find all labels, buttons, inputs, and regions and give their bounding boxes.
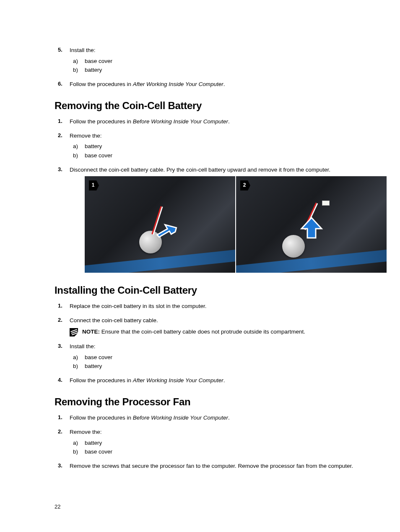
figure-2: 2: [235, 176, 387, 273]
step-text-italic: After Working Inside Your Computer: [133, 81, 223, 87]
sublist: a)battery b)base cover: [70, 142, 366, 159]
alpha-label: a): [73, 439, 78, 447]
note-block: NOTE: Ensure that the coin-cell battery …: [70, 328, 366, 336]
sub-text: base cover: [85, 58, 112, 64]
sub-item: a)battery: [70, 142, 366, 151]
step-text-italic: Before Working Inside Your Computer: [133, 415, 228, 421]
page-number: 22: [55, 503, 366, 510]
sub-item: b)base cover: [70, 151, 366, 160]
sub-text: base cover: [85, 354, 112, 360]
step-number: 1.: [58, 414, 62, 422]
figure-badge-1: 1: [89, 180, 99, 190]
step-3: 3. Install the: a)base cover b)battery: [55, 342, 366, 370]
heading-removing-processor-fan: Removing the Processor Fan: [55, 396, 366, 408]
step-text-italic: After Working Inside Your Computer: [133, 377, 223, 383]
step-5: 5. Install the: a)base cover b)battery: [55, 46, 366, 74]
sub-text: battery: [85, 440, 102, 446]
step-number: 1.: [58, 302, 62, 310]
alpha-label: b): [73, 448, 78, 456]
sub-text: base cover: [85, 449, 112, 455]
step-text: Connect the coin-cell battery cable.: [70, 317, 158, 323]
heading-removing-coin-cell: Removing the Coin-Cell Battery: [55, 100, 366, 112]
sublist: a)base cover b)battery: [70, 57, 366, 74]
continuation-steps: 5. Install the: a)base cover b)battery 6…: [55, 46, 366, 88]
circuit-board-strip: [85, 249, 235, 273]
step-text-after: .: [228, 118, 230, 125]
installing-coin-steps: 1. Replace the coin-cell battery in its …: [55, 302, 366, 384]
step-number: 3.: [58, 166, 62, 174]
step-3: 3. Remove the screws that secure the pro…: [55, 462, 366, 470]
step-2: 2. Remove the: a)battery b)base cover: [55, 428, 366, 456]
step-number: 2.: [58, 132, 62, 140]
step-number: 4.: [58, 376, 62, 384]
step-text: Install the:: [70, 343, 96, 349]
sub-item: a)battery: [70, 439, 366, 447]
step-number: 5.: [58, 46, 62, 54]
step-6: 6. Follow the procedures in After Workin…: [55, 80, 366, 89]
step-text-before: Follow the procedures in: [70, 377, 133, 383]
alpha-label: b): [73, 66, 78, 74]
step-text-before: Follow the procedures in: [70, 81, 133, 87]
step-text-italic: Before Working Inside Your Computer: [133, 118, 228, 125]
figure-1: 1: [85, 176, 235, 273]
sub-item: b)battery: [70, 66, 366, 74]
heading-installing-coin-cell: Installing the Coin-Cell Battery: [55, 284, 366, 296]
badge-number: 1: [92, 182, 95, 189]
step-text-after: .: [223, 81, 225, 87]
step-text: Remove the screws that secure the proces…: [70, 463, 353, 469]
removing-fan-steps: 1. Follow the procedures in Before Worki…: [55, 414, 366, 470]
alpha-label: b): [73, 362, 78, 370]
sub-item: b)battery: [70, 362, 366, 370]
sublist: a)battery b)base cover: [70, 439, 366, 456]
note-text: NOTE: Ensure that the coin-cell battery …: [82, 328, 305, 336]
sub-item: a)base cover: [70, 57, 366, 65]
step-1: 1. Follow the procedures in Before Worki…: [55, 117, 366, 126]
note-icon: [70, 328, 78, 336]
arrow-up-icon: [299, 216, 324, 241]
sub-item: b)base cover: [70, 448, 366, 456]
step-text-before: Follow the procedures in: [70, 415, 133, 421]
badge-number: 2: [243, 182, 246, 189]
alpha-label: b): [73, 151, 78, 160]
note-prefix: NOTE:: [82, 329, 101, 335]
sub-text: battery: [85, 143, 102, 149]
sublist: a)base cover b)battery: [70, 353, 366, 370]
alpha-label: a): [73, 353, 78, 362]
step-text: Remove the:: [70, 133, 102, 139]
arrow-left-down-icon: [156, 222, 179, 246]
step-4: 4. Follow the procedures in After Workin…: [55, 376, 366, 385]
figure-badge-2: 2: [240, 180, 250, 190]
step-3: 3. Disconnect the coin-cell battery cabl…: [55, 166, 366, 273]
sub-item: a)base cover: [70, 353, 366, 362]
document-page: 5. Install the: a)base cover b)battery 6…: [0, 0, 400, 532]
step-text-after: .: [223, 377, 225, 383]
step-2: 2. Connect the coin-cell battery cable. …: [55, 316, 366, 337]
sub-text: battery: [85, 67, 102, 73]
step-number: 2.: [58, 428, 62, 436]
step-text: Install the:: [70, 47, 96, 53]
step-1: 1. Replace the coin-cell battery in its …: [55, 302, 366, 310]
step-text: Disconnect the coin-cell battery cable. …: [70, 167, 330, 173]
note-body: Ensure that the coin-cell battery cable …: [101, 329, 305, 335]
step-number: 2.: [58, 316, 62, 324]
alpha-label: a): [73, 142, 78, 151]
alpha-label: a): [73, 57, 78, 65]
step-text: Remove the:: [70, 429, 102, 435]
sub-text: battery: [85, 363, 102, 369]
svg-marker-0: [157, 224, 177, 241]
step-text-after: .: [228, 415, 230, 421]
connector-graphic: [322, 201, 330, 206]
removing-coin-steps: 1. Follow the procedures in Before Worki…: [55, 117, 366, 273]
svg-marker-1: [301, 218, 322, 238]
step-2: 2. Remove the: a)battery b)base cover: [55, 132, 366, 160]
step-number: 3.: [58, 462, 62, 470]
step-text: Replace the coin-cell battery in its slo…: [70, 303, 206, 309]
step-number: 6.: [58, 80, 62, 88]
step-1: 1. Follow the procedures in Before Worki…: [55, 414, 366, 422]
step-number: 1.: [58, 117, 62, 125]
figure-row: 1 2: [85, 176, 387, 273]
step-number: 3.: [58, 342, 62, 350]
step-text-before: Follow the procedures in: [70, 118, 133, 125]
sub-text: base cover: [85, 152, 112, 159]
circuit-board-strip: [235, 249, 387, 273]
